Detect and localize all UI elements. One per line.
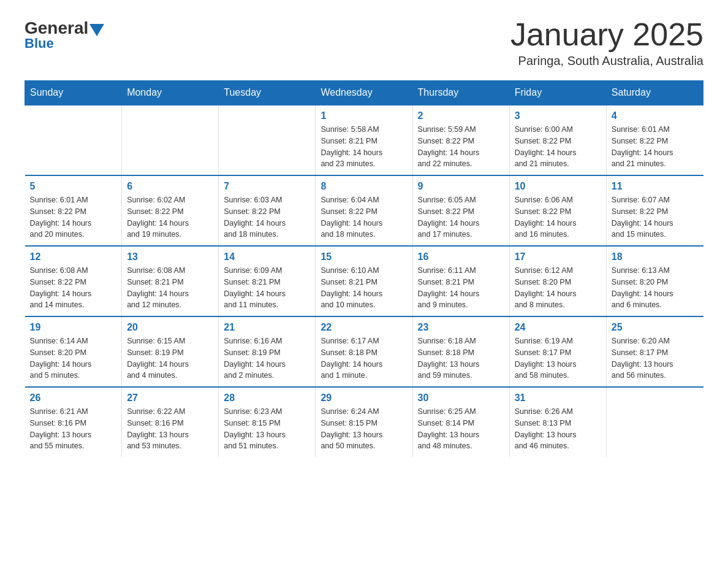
logo-triangle-icon xyxy=(89,24,104,36)
day-info: Sunrise: 6:03 AM Sunset: 8:22 PM Dayligh… xyxy=(224,194,310,240)
calendar-cell: 13Sunrise: 6:08 AM Sunset: 8:21 PM Dayli… xyxy=(122,246,219,316)
page-header: General Blue January 2025 Paringa, South… xyxy=(25,18,703,68)
day-number: 10 xyxy=(515,181,601,192)
calendar-cell: 12Sunrise: 6:08 AM Sunset: 8:22 PM Dayli… xyxy=(25,246,122,316)
calendar-cell: 23Sunrise: 6:18 AM Sunset: 8:18 PM Dayli… xyxy=(412,316,509,387)
day-number: 14 xyxy=(224,251,310,262)
day-number: 12 xyxy=(30,251,117,262)
day-number: 1 xyxy=(320,110,407,121)
day-number: 30 xyxy=(418,393,504,404)
day-info: Sunrise: 6:17 AM Sunset: 8:18 PM Dayligh… xyxy=(320,335,407,381)
day-info: Sunrise: 6:15 AM Sunset: 8:19 PM Dayligh… xyxy=(127,335,213,381)
calendar-cell: 25Sunrise: 6:20 AM Sunset: 8:17 PM Dayli… xyxy=(606,316,703,387)
day-number: 11 xyxy=(612,181,699,192)
calendar-header: SundayMondayTuesdayWednesdayThursdayFrid… xyxy=(25,81,703,105)
calendar-cell: 9Sunrise: 6:05 AM Sunset: 8:22 PM Daylig… xyxy=(412,175,509,246)
day-number: 20 xyxy=(127,322,213,333)
day-info: Sunrise: 6:06 AM Sunset: 8:22 PM Dayligh… xyxy=(515,194,601,240)
day-info: Sunrise: 6:19 AM Sunset: 8:17 PM Dayligh… xyxy=(515,335,601,381)
calendar-week-row: 12Sunrise: 6:08 AM Sunset: 8:22 PM Dayli… xyxy=(25,246,703,316)
day-number: 13 xyxy=(127,251,213,262)
day-number: 16 xyxy=(418,251,504,262)
day-number: 18 xyxy=(612,251,699,262)
day-info: Sunrise: 6:21 AM Sunset: 8:16 PM Dayligh… xyxy=(30,406,117,452)
day-info: Sunrise: 6:01 AM Sunset: 8:22 PM Dayligh… xyxy=(30,194,117,240)
calendar-cell: 28Sunrise: 6:23 AM Sunset: 8:15 PM Dayli… xyxy=(219,387,316,457)
day-number: 7 xyxy=(224,181,310,192)
day-of-week-header: Friday xyxy=(509,81,606,105)
day-info: Sunrise: 6:12 AM Sunset: 8:20 PM Dayligh… xyxy=(515,265,601,311)
calendar-body: 1Sunrise: 5:58 AM Sunset: 8:21 PM Daylig… xyxy=(25,105,703,457)
calendar-cell xyxy=(606,387,703,457)
calendar-cell: 10Sunrise: 6:06 AM Sunset: 8:22 PM Dayli… xyxy=(509,175,606,246)
day-number: 31 xyxy=(515,393,601,404)
calendar-cell: 15Sunrise: 6:10 AM Sunset: 8:21 PM Dayli… xyxy=(316,246,412,316)
day-info: Sunrise: 6:01 AM Sunset: 8:22 PM Dayligh… xyxy=(612,124,699,170)
calendar-cell: 31Sunrise: 6:26 AM Sunset: 8:13 PM Dayli… xyxy=(509,387,606,457)
calendar-cell: 7Sunrise: 6:03 AM Sunset: 8:22 PM Daylig… xyxy=(219,175,316,246)
day-number: 22 xyxy=(320,322,407,333)
calendar-cell: 5Sunrise: 6:01 AM Sunset: 8:22 PM Daylig… xyxy=(25,175,122,246)
day-info: Sunrise: 6:26 AM Sunset: 8:13 PM Dayligh… xyxy=(515,406,601,452)
calendar-cell xyxy=(25,105,122,175)
calendar-cell: 8Sunrise: 6:04 AM Sunset: 8:22 PM Daylig… xyxy=(316,175,412,246)
day-info: Sunrise: 6:07 AM Sunset: 8:22 PM Dayligh… xyxy=(612,194,699,240)
calendar-cell: 29Sunrise: 6:24 AM Sunset: 8:15 PM Dayli… xyxy=(316,387,412,457)
day-number: 27 xyxy=(127,393,213,404)
calendar-cell: 6Sunrise: 6:02 AM Sunset: 8:22 PM Daylig… xyxy=(122,175,219,246)
day-number: 26 xyxy=(30,393,117,404)
day-info: Sunrise: 6:13 AM Sunset: 8:20 PM Dayligh… xyxy=(612,265,699,311)
calendar-week-row: 5Sunrise: 6:01 AM Sunset: 8:22 PM Daylig… xyxy=(25,175,703,246)
day-info: Sunrise: 6:05 AM Sunset: 8:22 PM Dayligh… xyxy=(418,194,504,240)
day-info: Sunrise: 5:58 AM Sunset: 8:21 PM Dayligh… xyxy=(320,124,407,170)
calendar-cell xyxy=(122,105,219,175)
day-number: 25 xyxy=(612,322,699,333)
day-info: Sunrise: 6:20 AM Sunset: 8:17 PM Dayligh… xyxy=(612,335,699,381)
day-number: 29 xyxy=(320,393,407,404)
day-info: Sunrise: 6:22 AM Sunset: 8:16 PM Dayligh… xyxy=(127,406,213,452)
day-info: Sunrise: 5:59 AM Sunset: 8:22 PM Dayligh… xyxy=(418,124,504,170)
day-number: 3 xyxy=(515,110,601,121)
calendar-cell: 4Sunrise: 6:01 AM Sunset: 8:22 PM Daylig… xyxy=(606,105,703,175)
day-number: 15 xyxy=(320,251,407,262)
day-info: Sunrise: 6:09 AM Sunset: 8:21 PM Dayligh… xyxy=(224,265,310,311)
calendar-table: SundayMondayTuesdayWednesdayThursdayFrid… xyxy=(25,80,703,457)
day-number: 6 xyxy=(127,181,213,192)
day-info: Sunrise: 6:23 AM Sunset: 8:15 PM Dayligh… xyxy=(224,406,310,452)
day-number: 8 xyxy=(320,181,407,192)
day-of-week-header: Wednesday xyxy=(316,81,412,105)
calendar-cell: 3Sunrise: 6:00 AM Sunset: 8:22 PM Daylig… xyxy=(509,105,606,175)
calendar-cell: 16Sunrise: 6:11 AM Sunset: 8:21 PM Dayli… xyxy=(412,246,509,316)
day-of-week-header: Monday xyxy=(122,81,219,105)
day-of-week-header: Thursday xyxy=(412,81,509,105)
day-number: 19 xyxy=(30,322,117,333)
calendar-week-row: 19Sunrise: 6:14 AM Sunset: 8:20 PM Dayli… xyxy=(25,316,703,387)
calendar-cell: 26Sunrise: 6:21 AM Sunset: 8:16 PM Dayli… xyxy=(25,387,122,457)
day-info: Sunrise: 6:08 AM Sunset: 8:22 PM Dayligh… xyxy=(30,265,117,311)
calendar-cell: 2Sunrise: 5:59 AM Sunset: 8:22 PM Daylig… xyxy=(412,105,509,175)
calendar-cell: 27Sunrise: 6:22 AM Sunset: 8:16 PM Dayli… xyxy=(122,387,219,457)
day-number: 2 xyxy=(418,110,504,121)
day-of-week-header: Tuesday xyxy=(219,81,316,105)
day-info: Sunrise: 6:10 AM Sunset: 8:21 PM Dayligh… xyxy=(320,265,407,311)
day-number: 17 xyxy=(515,251,601,262)
day-number: 9 xyxy=(418,181,504,192)
day-number: 5 xyxy=(30,181,117,192)
logo-blue-text: Blue xyxy=(25,36,104,52)
calendar-cell: 20Sunrise: 6:15 AM Sunset: 8:19 PM Dayli… xyxy=(122,316,219,387)
calendar-cell: 14Sunrise: 6:09 AM Sunset: 8:21 PM Dayli… xyxy=(219,246,316,316)
day-info: Sunrise: 6:16 AM Sunset: 8:19 PM Dayligh… xyxy=(224,335,310,381)
days-of-week-row: SundayMondayTuesdayWednesdayThursdayFrid… xyxy=(25,81,703,105)
day-info: Sunrise: 6:25 AM Sunset: 8:14 PM Dayligh… xyxy=(418,406,504,452)
month-title: January 2025 xyxy=(510,18,703,50)
day-number: 24 xyxy=(515,322,601,333)
calendar-cell: 1Sunrise: 5:58 AM Sunset: 8:21 PM Daylig… xyxy=(316,105,412,175)
calendar-week-row: 26Sunrise: 6:21 AM Sunset: 8:16 PM Dayli… xyxy=(25,387,703,457)
day-number: 28 xyxy=(224,393,310,404)
calendar-cell: 22Sunrise: 6:17 AM Sunset: 8:18 PM Dayli… xyxy=(316,316,412,387)
calendar-week-row: 1Sunrise: 5:58 AM Sunset: 8:21 PM Daylig… xyxy=(25,105,703,175)
calendar-cell: 19Sunrise: 6:14 AM Sunset: 8:20 PM Dayli… xyxy=(25,316,122,387)
calendar-cell: 30Sunrise: 6:25 AM Sunset: 8:14 PM Dayli… xyxy=(412,387,509,457)
title-section: January 2025 Paringa, South Australia, A… xyxy=(510,18,703,68)
day-info: Sunrise: 6:14 AM Sunset: 8:20 PM Dayligh… xyxy=(30,335,117,381)
